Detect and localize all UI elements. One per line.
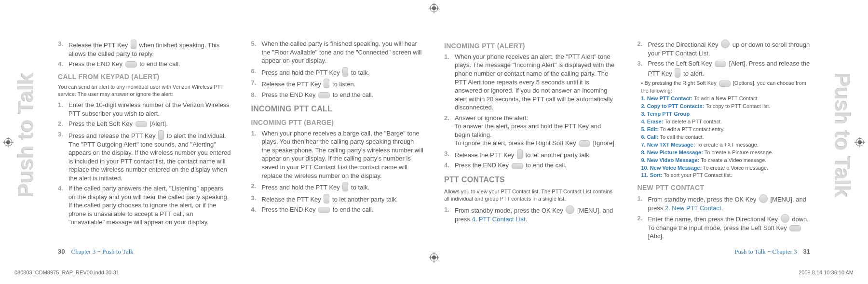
list-item: 3.Press and release the PTT Key to alert… [58,130,231,182]
list-item: 1.When your phone receives a barge call,… [251,129,424,180]
option-item: 9. New Video Message: To create a Video … [641,157,811,164]
ptt-key-icon [342,182,348,191]
option-item: 11. Sort: To sort your PTT Contact list. [641,172,811,179]
option-item: 1. New PTT Contact: To add a New PTT Con… [641,95,811,103]
side-tab-right: Push to Talk [827,39,856,231]
ptt-key-icon [324,79,329,88]
list-item: 5.When the called party is finished spea… [251,40,424,65]
list-item: 3.Release the PTT Key to let another par… [444,149,617,160]
body-text: Allows you to view your PTT Contact list… [444,188,617,203]
ok-key-icon [759,194,768,203]
ptt-key-icon [131,40,136,49]
list-item: 3.Release the PTT Key to let another par… [251,194,424,204]
list-item: 3.Release the PTT Key when finished spea… [58,40,231,58]
end-key-icon [512,163,523,169]
svg-point-15 [858,140,862,144]
right-softkey-icon [579,140,590,147]
list-item: 7.Release the PTT Key to listen. [251,79,424,89]
body-text: You can send an alert to any individual … [58,83,231,98]
end-key-icon [318,92,330,98]
option-item: 3. Temp PTT Group [641,110,811,118]
end-key-icon [318,207,330,213]
subheading: INCOMING PTT (ALERT) [444,41,617,51]
list-item: 4.Press the END Key to end the call. [58,60,231,68]
chapter-label: Push to Talk − Chapter 3 [734,248,797,255]
list-item: 6.Press and hold the PTT Key to talk. [251,67,424,77]
list-item: 1.From standby mode, press the OK Key [M… [637,194,811,212]
option-item: 4. Erase: To delete a PTT contact. [641,118,811,126]
print-footer: 080803_CDM8975_RAP_REV00.indd 30-31 2008… [14,269,854,276]
left-softkey-icon [715,61,726,67]
left-softkey-icon [789,225,801,231]
column-2: 5.When the called party is finished spea… [251,38,424,238]
list-item: 1.When your phone receives an alert, the… [444,53,617,112]
left-softkey-icon [136,121,147,127]
ok-key-icon [566,205,574,214]
list-item: 2.Press the Left Soft Key [Alert]. [58,120,231,128]
options-list: ▪ By pressing the Right Soft Key [Option… [637,80,811,179]
registration-mark-icon [429,3,439,14]
ptt-key-icon [675,68,680,78]
list-item: 3.Press the Left Soft Key [Alert]. Press… [637,59,811,78]
svg-point-3 [432,6,436,10]
directional-key-icon [781,214,789,223]
heading: PTT CONTACTS [444,175,617,185]
subheading: NEW PTT CONTACT [637,183,811,192]
list-item: 8.Press the END Key to end the call. [251,91,424,99]
list-item: 2. Answer or ignore the alert: To answer… [444,114,617,148]
svg-point-7 [432,256,436,259]
ptt-key-icon [342,67,348,77]
option-item: 8. New Picture Message: To create a Pict… [641,149,811,157]
option-item: 5. Edit: To edit a PTT contact entry. [641,126,811,134]
option-item: 7. New TXT Message: To create a TXT mess… [641,141,811,149]
option-item: 2. Copy to PTT Contacts: To copy to PTT … [641,103,811,110]
filename: 080803_CDM8975_RAP_REV00.indd 30-31 [14,269,119,276]
list-item: 4.If the called party answers the alert,… [58,184,231,227]
page-spread: 3.Release the PTT Key when finished spea… [58,38,810,238]
list-item: 2.Press the Directional Key up or down t… [637,40,811,57]
subheading: CALL FROM KEYPAD (ALERT) [58,72,231,81]
heading: INCOMING PTT CALL [251,104,424,114]
option-item: 10. New Voice Message: To create a Voice… [641,164,811,172]
side-tab-left: Push to Talk [12,39,41,231]
column-1: 3.Release the PTT Key when finished spea… [58,38,231,238]
chapter-footer: 30 Chapter 3 − Push to Talk Push to Talk… [58,247,810,256]
option-item: 6. Call: To call the contact. [641,134,811,141]
column-3: INCOMING PTT (ALERT) 1.When your phone r… [444,38,617,238]
list-item: 4.Press the END Key to end the call. [251,205,424,214]
options-lead: ▪ By pressing the Right Soft Key [Option… [641,80,811,95]
svg-point-11 [6,140,10,144]
list-item: 1.Enter the 10-digit wireless number of … [58,101,231,118]
directional-key-icon [721,40,730,48]
list-item: 2.Enter the name, then press the Directi… [637,214,811,241]
list-item: 2.Press and hold the PTT Key to talk. [251,182,424,192]
list-item: 1.From standby mode, press the OK Key [M… [444,205,617,223]
ptt-key-icon [324,194,329,203]
subheading: INCOMING PTT (BARGE) [251,118,424,127]
chapter-label: Chapter 3 − Push to Talk [71,248,133,255]
list-item: 4.Press the END Key to end the call. [444,161,617,170]
ptt-key-icon [517,149,523,159]
page-number: 30 [58,248,65,255]
timestamp: 2008.8.14 10:36:10 AM [799,269,854,276]
end-key-icon [125,61,137,68]
column-4: 2.Press the Directional Key up or down t… [637,38,811,238]
ptt-key-icon [158,130,164,140]
page-number: 31 [803,248,810,255]
right-softkey-icon [719,81,731,87]
